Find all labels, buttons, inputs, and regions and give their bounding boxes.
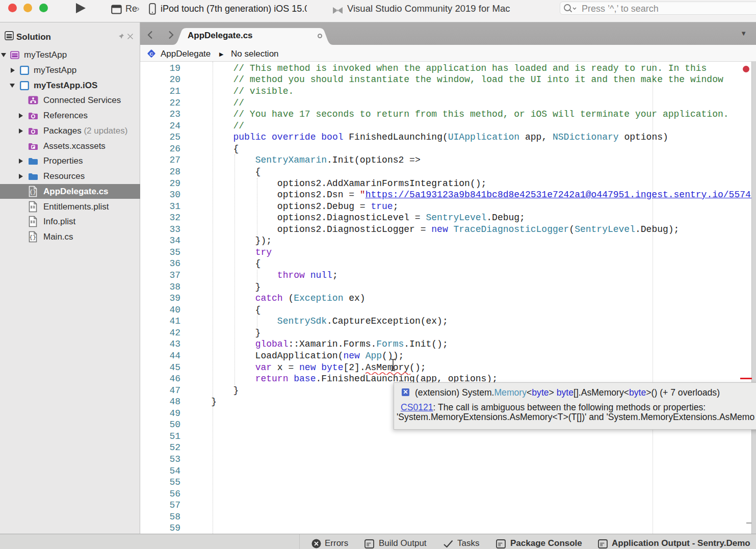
svg-text:C: C — [150, 51, 153, 57]
svg-text:{}: {} — [30, 234, 36, 241]
svg-text:{}: {} — [30, 189, 36, 195]
